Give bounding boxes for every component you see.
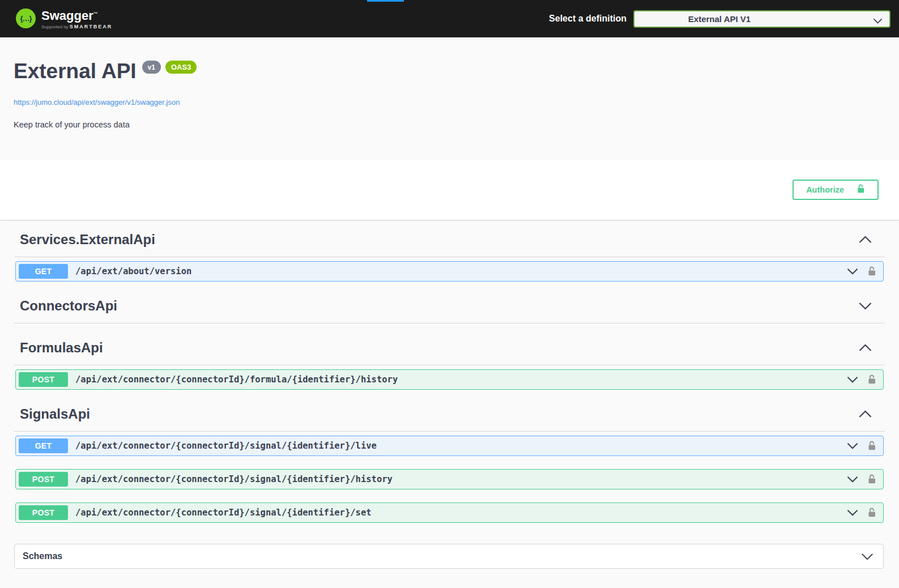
schemas-label: Schemas bbox=[23, 551, 62, 561]
definition-label: Select a definition bbox=[549, 14, 627, 24]
version-badge: v1 bbox=[142, 61, 161, 74]
chevron-down-icon[interactable] bbox=[860, 553, 874, 560]
section-title: Services.ExternalApi bbox=[20, 232, 155, 248]
api-tag-section: SignalsApi GET /api/ext/connector/{conne… bbox=[14, 404, 885, 523]
method-badge: POST bbox=[19, 472, 68, 487]
section-title: SignalsApi bbox=[20, 406, 90, 422]
unlock-icon[interactable] bbox=[867, 440, 876, 451]
operation-path: /api/ext/about/version bbox=[75, 266, 191, 276]
chevron-up-icon[interactable] bbox=[858, 344, 872, 352]
operation-path: /api/ext/connector/{connectorId}/formula… bbox=[75, 374, 398, 385]
authorize-label: Authorize bbox=[806, 185, 844, 194]
method-badge: GET bbox=[19, 264, 68, 279]
title-badges: v1 OAS3 bbox=[142, 61, 197, 74]
operation-path: /api/ext/connector/{connectorId}/signal/… bbox=[75, 441, 377, 451]
api-description: Keep track of your process data bbox=[14, 120, 885, 129]
chevron-up-icon[interactable] bbox=[858, 410, 872, 418]
unlock-icon bbox=[857, 184, 865, 196]
swagger-logo: {…} Swagger™ Supported by SMARTBEAR bbox=[16, 8, 112, 29]
operation-row[interactable]: POST /api/ext/connector/{connectorId}/fo… bbox=[15, 369, 884, 390]
logo-tagline: Supported by SMARTBEAR bbox=[41, 24, 112, 29]
section-title: FormulasApi bbox=[20, 340, 103, 356]
chevron-up-icon[interactable] bbox=[858, 236, 872, 244]
api-tag-section: ConnectorsApi bbox=[14, 296, 885, 323]
unlock-icon[interactable] bbox=[867, 507, 876, 518]
chevron-down-icon[interactable] bbox=[846, 442, 859, 449]
chevron-down-icon[interactable] bbox=[846, 376, 859, 383]
operations-list: GET /api/ext/about/version bbox=[14, 257, 885, 282]
schemas-section-header[interactable]: Schemas bbox=[14, 544, 884, 569]
operation-actions bbox=[846, 266, 876, 277]
operation-row[interactable]: POST /api/ext/connector/{connectorId}/si… bbox=[15, 502, 884, 523]
method-badge: GET bbox=[19, 438, 68, 453]
operation-actions bbox=[846, 374, 876, 385]
section-header[interactable]: Services.ExternalApi bbox=[14, 230, 885, 257]
chevron-down-icon[interactable] bbox=[846, 509, 859, 516]
spec-url-link[interactable]: https://jumo.cloud/api/ext/swagger/v1/sw… bbox=[14, 98, 180, 106]
topbar: {…} Swagger™ Supported by SMARTBEAR Sele… bbox=[0, 0, 899, 37]
operation-actions bbox=[846, 507, 876, 518]
method-badge: POST bbox=[19, 505, 68, 520]
logo-text: Swagger™ Supported by SMARTBEAR bbox=[41, 8, 112, 29]
scheme-container: Authorize bbox=[0, 160, 899, 220]
unlock-icon[interactable] bbox=[867, 374, 876, 385]
logo-brand: Swagger bbox=[41, 8, 93, 23]
chevron-down-icon[interactable] bbox=[846, 476, 859, 483]
operation-row[interactable]: POST /api/ext/connector/{connectorId}/si… bbox=[15, 469, 884, 489]
section-header[interactable]: SignalsApi bbox=[14, 404, 885, 432]
oas3-badge: OAS3 bbox=[165, 61, 197, 74]
chevron-down-icon[interactable] bbox=[846, 268, 859, 275]
unlock-icon[interactable] bbox=[867, 474, 876, 485]
unlock-icon[interactable] bbox=[867, 266, 876, 277]
section-header[interactable]: FormulasApi bbox=[14, 338, 885, 365]
section-header[interactable]: ConnectorsApi bbox=[14, 296, 885, 323]
page-title: External API bbox=[14, 60, 137, 83]
smartbear-brand: SMARTBEAR bbox=[70, 24, 113, 29]
definition-group: Select a definition External API V1 bbox=[549, 10, 891, 28]
definition-select[interactable]: External API V1 bbox=[633, 10, 891, 28]
top-accent-bar bbox=[367, 0, 404, 2]
operation-path: /api/ext/connector/{connectorId}/signal/… bbox=[75, 474, 393, 484]
api-tag-section: FormulasApi POST /api/ext/connector/{con… bbox=[14, 338, 885, 390]
method-badge: POST bbox=[19, 372, 68, 387]
chevron-down-icon bbox=[873, 16, 883, 26]
authorize-button[interactable]: Authorize bbox=[793, 180, 879, 200]
operation-actions bbox=[846, 474, 876, 485]
chevron-down-icon[interactable] bbox=[858, 302, 872, 310]
section-title: ConnectorsApi bbox=[20, 298, 117, 314]
logo-glyph: {…} bbox=[20, 14, 31, 23]
operation-actions bbox=[846, 440, 876, 451]
operation-row[interactable]: GET /api/ext/about/version bbox=[15, 261, 884, 282]
api-tag-section: Services.ExternalApi GET /api/ext/about/… bbox=[14, 230, 885, 282]
operations-list: POST /api/ext/connector/{connectorId}/fo… bbox=[14, 365, 885, 390]
swagger-logo-icon: {…} bbox=[16, 8, 36, 28]
api-info: External API v1 OAS3 https://jumo.cloud/… bbox=[0, 37, 899, 160]
api-sections: Services.ExternalApi GET /api/ext/about/… bbox=[0, 230, 899, 569]
trademark-mark: ™ bbox=[93, 11, 98, 16]
operations-list: GET /api/ext/connector/{connectorId}/sig… bbox=[14, 432, 885, 523]
operation-row[interactable]: GET /api/ext/connector/{connectorId}/sig… bbox=[15, 436, 884, 456]
operation-path: /api/ext/connector/{connectorId}/signal/… bbox=[75, 508, 372, 518]
definition-select-value: External API V1 bbox=[688, 14, 751, 24]
